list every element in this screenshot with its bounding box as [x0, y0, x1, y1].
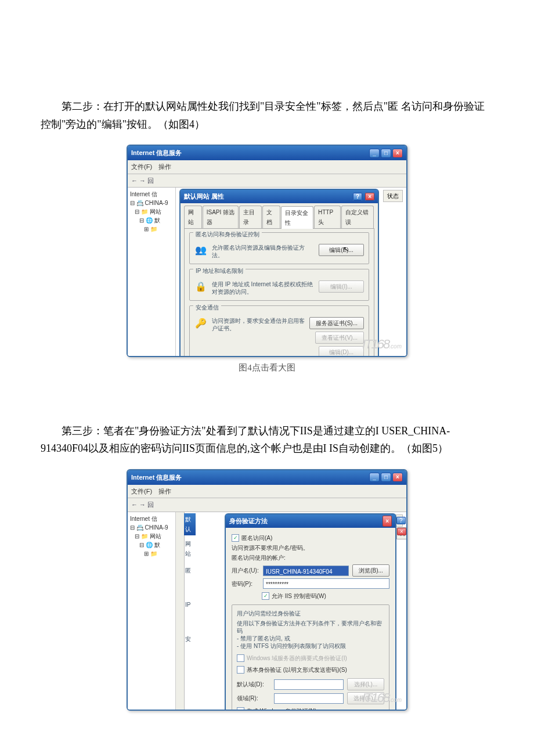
toolbar[interactable]: ← → 回 — [128, 174, 406, 188]
auth-title: 身份验证方法 — [229, 516, 268, 527]
group-sec-title: 安全通信 — [193, 303, 221, 312]
domain-input[interactable] — [274, 693, 344, 704]
tree-root-5[interactable]: Internet 信 — [129, 514, 174, 523]
password-input[interactable]: ********** — [263, 578, 389, 589]
iis-window-fig5: Internet 信息服务 _ □ × 文件(F) 操作 ← → 回 Inter… — [127, 469, 407, 711]
iis-titlebar-5: Internet 信息服务 _ □ × — [128, 470, 406, 485]
step2-text: 第二步：在打开的默认网站属性处我们找到"目录安全性"标签，然后点"匿 名访问和身… — [41, 98, 493, 133]
status-header: 状态 — [383, 190, 403, 202]
menubar[interactable]: 文件(F) 操作 — [128, 160, 406, 174]
watermark-5: IT168.com — [362, 687, 402, 708]
label-password: 密码(P): — [232, 579, 259, 589]
tree-sites[interactable]: ⊟ 📁 网站 — [129, 207, 174, 216]
menubar-5[interactable]: 文件(F) 操作 — [128, 485, 406, 499]
tab-docs[interactable]: 文档 — [262, 206, 280, 228]
props-title: 默认网站 属性 — [184, 191, 224, 202]
tree-host[interactable]: ⊟ 📇 CHINA-9 — [129, 199, 174, 207]
props-edge-sec: 安 — [184, 613, 196, 647]
cursor-icon: ↖ — [343, 243, 349, 255]
watermark: IT168.com — [362, 333, 402, 355]
sec-desc: 访问资源时，要求安全通信并启用客户证书。 — [212, 317, 305, 332]
props-edge-anon: 匿 — [184, 562, 196, 579]
tab-website[interactable]: 网站 — [184, 206, 202, 228]
props-close-button[interactable]: × — [365, 193, 374, 200]
step3-text: 第三步：笔者在"身份验证方法"处看到了默认情况下IIS是通过建立的I USER_… — [41, 422, 493, 458]
anon-desc-2: 匿名访问使用的帐户: — [232, 553, 389, 563]
tree-root[interactable]: Internet 信 — [129, 190, 174, 199]
browse-button[interactable]: 浏览(B)... — [352, 564, 389, 577]
tab-custom-errors[interactable]: 自定义错误 — [341, 206, 374, 228]
group-ip-title: IP 地址和域名限制 — [193, 266, 246, 276]
props-help-button[interactable]: ? — [353, 193, 362, 200]
props-edge-ip: IP — [184, 579, 196, 613]
props-edge-tab-net: 网站 — [184, 535, 196, 562]
iis-titlebar: Internet 信息服务 _ □ × — [128, 146, 406, 160]
auth-methods-dialog: 身份验证方法 × ✓ 匿名访问(A) 访问资源不要求用户名/密码。 匿名访问使用… — [225, 513, 396, 711]
label-username: 用户名(U): — [232, 566, 259, 575]
chk-digest[interactable]: Windows 域服务器的摘要式身份验证(I) — [237, 653, 347, 663]
props-edge-title: 默认 — [184, 513, 196, 535]
max-button[interactable]: □ — [381, 149, 391, 158]
server-cert-button[interactable]: 服务器证书(S)... — [309, 317, 364, 329]
props-help-right[interactable]: ? — [396, 517, 406, 524]
authacc-title: 用户访问需经过身份验证 — [237, 609, 384, 618]
tree-sites-5[interactable]: ⊟ 📁 网站 — [129, 532, 174, 541]
max-button-5[interactable]: □ — [381, 473, 391, 482]
close-button-5[interactable]: × — [392, 473, 403, 482]
chk-ntlm[interactable]: 集成 Windows 身份验证(N) — [237, 706, 316, 711]
label-realm: 默认域(D): — [237, 679, 270, 689]
group-secure-comm: 安全通信 🔑 访问资源时，要求安全通信并启用客户证书。 服务器证书(S)... … — [189, 305, 369, 357]
tree-default[interactable]: ⊟ 🌐 默 — [129, 216, 174, 225]
props-dialog-edge — [176, 512, 185, 710]
view-cert-button[interactable]: 查看证书(V)... — [315, 332, 364, 344]
close-button[interactable]: × — [392, 149, 403, 158]
group-anon-title: 匿名访问和身份验证控制 — [193, 229, 262, 239]
figure4: Internet 信息服务 _ □ × 文件(F) 操作 ← → 回 Inter… — [41, 145, 493, 376]
label-domain: 领域(R): — [237, 693, 270, 703]
figure5: Internet 信息服务 _ □ × 文件(F) 操作 ← → 回 Inter… — [41, 469, 493, 711]
tab-isapi[interactable]: ISAPI 筛选器 — [203, 206, 239, 228]
props-close-right[interactable]: × — [397, 528, 406, 535]
tab-homedir[interactable]: 主目录 — [239, 206, 262, 228]
toolbar-5[interactable]: ← → 回 — [128, 498, 406, 512]
authacc-desc: 使用以下身份验证方法并在下列条件下，要求用户名和密码 - 禁用了匿名访问, 或 … — [237, 620, 384, 650]
figure4-caption: 图4点击看大图 — [41, 361, 493, 376]
anon-desc-1: 访问资源不要求用户名/密码。 — [232, 543, 389, 553]
realm-input[interactable] — [274, 679, 344, 690]
auth-close-button[interactable]: × — [383, 516, 392, 527]
tab-http-head[interactable]: HTTP 头 — [314, 206, 341, 228]
tree-item[interactable]: ⊞ 📁 — [129, 225, 174, 233]
chk-iis-control-pwd[interactable]: ✓ 允许 IIS 控制密码(W) — [262, 591, 326, 601]
iis-window-fig4: Internet 信息服务 _ □ × 文件(F) 操作 ← → 回 Inter… — [127, 145, 407, 357]
min-button-5[interactable]: _ — [369, 473, 380, 482]
tree-default-5[interactable]: ⊟ 🌐 默 — [129, 541, 174, 549]
sec-edit-button[interactable]: 编辑(D)... — [319, 346, 364, 357]
anon-edit-button[interactable]: 编辑(E)... — [319, 244, 364, 256]
properties-dialog: 默认网站 属性 ? × 网站 ISAPI 筛选器 主目录 文档 目录安全性 — [179, 189, 379, 357]
username-input[interactable]: IUSR_CHINA-914340F04 — [263, 566, 349, 576]
chk-basic[interactable]: 基本身份验证 (以明文形式发送密码)(S) — [237, 665, 347, 675]
iis-title: Internet 信息服务 — [131, 147, 182, 159]
tree-item-5[interactable]: ⊞ 📁 — [129, 549, 174, 558]
group-anon-auth: 匿名访问和身份验证控制 👥 允许匿名访问资源及编辑身份验证方法。 编辑(E)..… — [189, 232, 369, 264]
key-icon: 🔑 — [194, 317, 207, 330]
tree-view[interactable]: Internet 信 ⊟ 📇 CHINA-9 ⊟ 📁 网站 ⊟ 🌐 默 ⊞ 📁 — [128, 188, 176, 356]
lock-icon: 🔒 — [194, 280, 207, 293]
group-ip-restrict: IP 地址和域名限制 🔒 使用 IP 地址或 Internet 域名授权或拒绝对… — [189, 269, 369, 301]
users-icon: 👥 — [194, 244, 207, 257]
ip-desc: 使用 IP 地址或 Internet 域名授权或拒绝对资源的访问。 — [212, 280, 314, 296]
tree-view-5[interactable]: Internet 信 ⊟ 📇 CHINA-9 ⊟ 📁 网站 ⊟ 🌐 默 ⊞ 📁 — [128, 512, 176, 710]
min-button[interactable]: _ — [369, 149, 380, 158]
tab-dir-security[interactable]: 目录安全性 — [281, 206, 313, 229]
iis-title-5: Internet 信息服务 — [131, 472, 182, 483]
chk-anonymous[interactable]: ✓ 匿名访问(A) — [232, 533, 272, 543]
anon-desc: 允许匿名访问资源及编辑身份验证方法。 — [212, 244, 314, 259]
tree-host-5[interactable]: ⊟ 📇 CHINA-9 — [129, 523, 174, 532]
ip-edit-button[interactable]: 编辑(I)... — [319, 280, 364, 293]
